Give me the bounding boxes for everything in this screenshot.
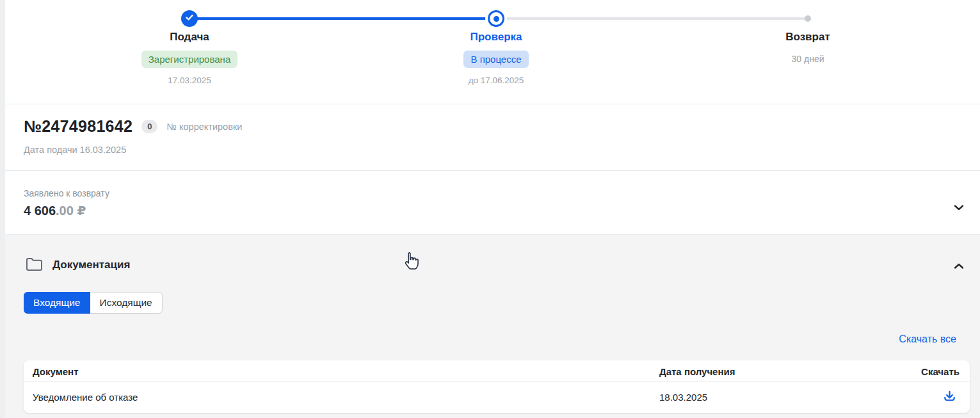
refund-amount: 4 606.00 ₽ [24, 203, 86, 218]
status-badge: Зарегистрирована [141, 51, 237, 68]
document-name: Уведомление об отказе [33, 392, 138, 403]
tab-incoming[interactable]: Входящие [24, 292, 90, 314]
documents-direction-tabs: Входящие Исходящие [24, 292, 163, 314]
step-done-circle [181, 10, 198, 27]
step-label: Проверка [394, 31, 598, 44]
status-badge: В процессе [463, 51, 528, 68]
step-vozvrat: Возврат 30 дней [705, 31, 910, 64]
table-row: Уведомление об отказе 18.03.2025 [24, 382, 970, 413]
download-all-link[interactable]: Скачать все [899, 334, 956, 345]
chevron-down-icon[interactable] [953, 202, 965, 214]
hand-cursor-icon [402, 252, 419, 274]
stepper-track-completed [189, 17, 496, 20]
step-pending-dot [805, 15, 811, 22]
declaration-number: №2474981642 [24, 117, 133, 136]
column-download: Скачать [921, 366, 960, 377]
refund-summary[interactable]: Заявлено к возврату 4 606.00 ₽ [0, 171, 980, 235]
step-date: до 17.06.2025 [394, 76, 598, 85]
documentation-section: Документация Входящие Исходящие Скачать … [0, 235, 980, 418]
step-note: 30 дней [705, 54, 910, 64]
declaration-info: №2474981642 0 № корректировки Дата подач… [24, 117, 242, 155]
folder-icon [26, 257, 43, 274]
step-podacha: Подача Зарегистрирована 17.03.2025 [87, 31, 292, 85]
table-header: Документ Дата получения Скачать [24, 360, 970, 382]
stepper-track-pending [496, 17, 808, 20]
step-date: 17.03.2025 [87, 76, 292, 85]
correction-label: № корректировки [166, 122, 242, 132]
current-dot-icon [494, 16, 499, 22]
documentation-title: Документация [52, 259, 130, 271]
submit-date: Дата подачи 16.03.2025 [24, 145, 242, 155]
documents-table: Документ Дата получения Скачать Уведомле… [24, 360, 970, 413]
refund-amount-fraction: .00 ₽ [56, 204, 86, 218]
tab-outgoing[interactable]: Исходящие [90, 292, 163, 314]
step-proverka: Проверка В процессе до 17.06.2025 [394, 31, 598, 85]
step-label: Подача [87, 31, 292, 44]
column-date-received: Дата получения [659, 366, 735, 377]
row-download-icon[interactable] [942, 389, 957, 406]
refund-label: Заявлено к возврату [24, 188, 109, 198]
declaration-page: Подача Зарегистрирована 17.03.2025 Прове… [0, 0, 980, 418]
document-date: 18.03.2025 [659, 392, 707, 403]
column-document: Документ [33, 366, 79, 377]
step-label: Возврат [705, 31, 910, 44]
chevron-up-icon[interactable] [953, 261, 965, 273]
status-stepper: Подача Зарегистрирована 17.03.2025 Прове… [0, 0, 980, 104]
declaration-header: №2474981642 0 № корректировки Дата подач… [0, 104, 980, 171]
step-current-circle [488, 10, 504, 27]
left-edge-strip [0, 0, 5, 418]
correction-count-badge: 0 [141, 120, 157, 133]
check-icon [184, 12, 195, 25]
